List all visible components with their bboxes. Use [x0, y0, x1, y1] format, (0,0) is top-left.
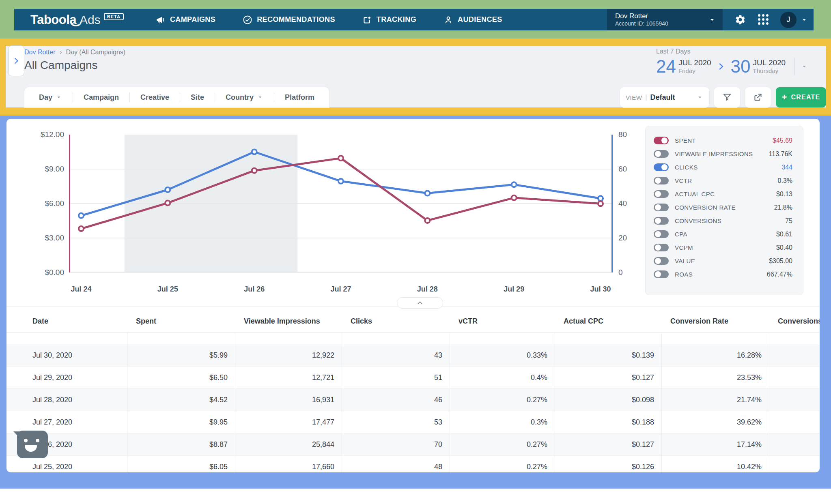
column-header-actual-cpc[interactable]: Actual CPC: [555, 310, 661, 332]
tab-day[interactable]: Day: [28, 93, 73, 102]
legend-row-conversions: CONVERSIONS75: [646, 214, 803, 227]
vctr-toggle[interactable]: [654, 177, 669, 184]
tab-campaign[interactable]: Campaign: [73, 93, 129, 102]
actual-cpc-toggle[interactable]: [654, 190, 669, 198]
nav-item-label: TRACKING: [377, 15, 416, 24]
cpa-toggle[interactable]: [654, 230, 669, 238]
toggle-knob: [655, 204, 661, 210]
table-cell: 0.27%: [450, 433, 555, 455]
avatar[interactable]: J: [780, 12, 797, 28]
chart-collapse-button[interactable]: [397, 297, 443, 309]
filter-button[interactable]: [714, 87, 740, 107]
chat-bubble-tail: [13, 431, 20, 438]
roas-toggle[interactable]: [654, 270, 669, 278]
table-cell: Jul 25, 2020: [6, 456, 127, 472]
gear-icon[interactable]: [735, 14, 746, 25]
column-header-spent[interactable]: Spent: [127, 310, 235, 332]
toggle-knob: [655, 244, 661, 251]
export-button[interactable]: [745, 87, 771, 107]
start-weekday: Friday: [678, 67, 711, 74]
start-date-details: JUL 2020 Friday: [678, 58, 711, 74]
nav-item-tracking[interactable]: TRACKING: [362, 15, 416, 25]
spacer-cell: [769, 333, 820, 344]
table-cell: 17,660: [235, 456, 342, 472]
divider: [794, 58, 795, 75]
tab-platform[interactable]: Platform: [274, 93, 325, 102]
value-toggle[interactable]: [654, 257, 669, 265]
table-cell: 17,477: [235, 411, 342, 433]
legend-label: CLICKS: [675, 164, 698, 171]
chevron-down-icon[interactable]: [801, 16, 808, 24]
table-cell: 16.28%: [661, 344, 769, 366]
legend-label: VIEWABLE IMPRESSIONS: [675, 150, 753, 157]
account-info: Dov Rotter Account ID: 1065940: [615, 12, 668, 28]
caret-small-icon: [56, 94, 62, 101]
sidebar-expand-button[interactable]: [8, 45, 24, 76]
plus-icon: +: [782, 92, 787, 103]
conversions-toggle[interactable]: [654, 217, 669, 225]
nav-item-recommendations[interactable]: RECOMMENDATIONS: [242, 15, 335, 25]
column-header-viewable-impressions[interactable]: Viewable Impressions: [235, 310, 342, 332]
apps-grid-icon[interactable]: [758, 14, 769, 25]
view-separator: |: [645, 94, 647, 101]
table-cell: Jul 27, 2020: [6, 411, 127, 433]
column-header-clicks[interactable]: Clicks: [342, 310, 450, 332]
toggle-knob: [655, 191, 661, 197]
column-header-conversions[interactable]: Conversions: [769, 310, 820, 332]
legend-row-clicks: CLICKS344: [646, 161, 803, 174]
account-selector[interactable]: Dov Rotter Account ID: 1065940: [607, 9, 723, 30]
table-header-row: DateSpentViewable ImpressionsClicksvCTRA…: [6, 310, 820, 333]
column-header-vctr[interactable]: vCTR: [450, 310, 555, 332]
chart-legend-panel: SPENT$45.69VIEWABLE IMPRESSIONS113.76KCL…: [645, 126, 803, 295]
header-section: Dov Rotter › Day (All Campaigns) All Cam…: [0, 39, 831, 116]
nav-item-label: RECOMMENDATIONS: [257, 15, 335, 24]
nav-items: CAMPAIGNSRECOMMENDATIONSTRACKINGAUDIENCE…: [155, 15, 502, 25]
table-cell: $0.139: [555, 344, 661, 366]
table-cell: 0.33%: [450, 344, 555, 366]
column-header-conversion-rate[interactable]: Conversion Rate: [661, 310, 769, 332]
breadcrumb-current: Day (All Campaigns): [66, 49, 125, 56]
clicks-toggle[interactable]: [654, 163, 669, 171]
spacer-cell: [555, 333, 661, 344]
view-selector[interactable]: VIEW | Default: [620, 87, 709, 107]
spent-toggle[interactable]: [654, 137, 669, 144]
table-row: Jul 30, 2020$5.9912,922430.33%$0.13916.2…: [6, 344, 820, 367]
apps-grid-dots: [758, 14, 769, 25]
x-axis-tick: Jul 27: [319, 285, 363, 294]
breadcrumb-link-account[interactable]: Dov Rotter: [24, 49, 55, 56]
tab-country[interactable]: Country: [215, 93, 274, 102]
y-axis-tick-left: $3.00: [6, 234, 64, 242]
table-cell: [769, 456, 820, 472]
legend-row-actual-cpc: ACTUAL CPC$0.13: [646, 187, 803, 201]
toggle-knob: [655, 151, 661, 157]
table-cell: $4.52: [127, 389, 235, 411]
conversion-rate-toggle[interactable]: [654, 204, 669, 211]
date-range-picker[interactable]: 24 JUL 2020 Friday 30 JUL 2020 Thursday: [656, 56, 808, 77]
y-axis-tick-right: 60: [618, 165, 647, 174]
megaphone-icon: [155, 15, 166, 25]
vcpm-toggle[interactable]: [654, 244, 669, 251]
end-month: JUL 2020: [753, 58, 786, 67]
y-axis-tick-left: $12.00: [6, 130, 64, 139]
taboola-logo[interactable]: Taboola Ads BETA: [30, 13, 124, 27]
logo-suffix: Ads: [80, 13, 101, 27]
column-header-date[interactable]: Date: [6, 310, 127, 332]
taboola-ads-dashboard: Taboola Ads BETA CAMPAIGNSRECOMMENDATION…: [0, 0, 831, 504]
account-name: Dov Rotter: [615, 12, 668, 20]
legend-label: ACTUAL CPC: [675, 191, 715, 197]
chat-widget-button[interactable]: [17, 431, 48, 458]
tab-site[interactable]: Site: [180, 93, 215, 102]
logo-text: Taboola: [30, 13, 76, 27]
toggle-knob: [655, 258, 661, 264]
viewable-impressions-toggle[interactable]: [654, 150, 669, 158]
table-cell: $9.95: [127, 411, 235, 433]
tab-creative[interactable]: Creative: [130, 93, 180, 102]
chevron-down-icon[interactable]: [801, 63, 808, 70]
toggle-knob: [655, 231, 661, 237]
legend-row-cpa: CPA$0.61: [646, 227, 803, 241]
create-button[interactable]: + CREATE: [776, 87, 826, 107]
table-cell: [769, 344, 820, 366]
nav-item-campaigns[interactable]: CAMPAIGNS: [155, 15, 215, 25]
legend-value: 75: [785, 217, 792, 225]
nav-item-audiences[interactable]: AUDIENCES: [443, 15, 502, 25]
